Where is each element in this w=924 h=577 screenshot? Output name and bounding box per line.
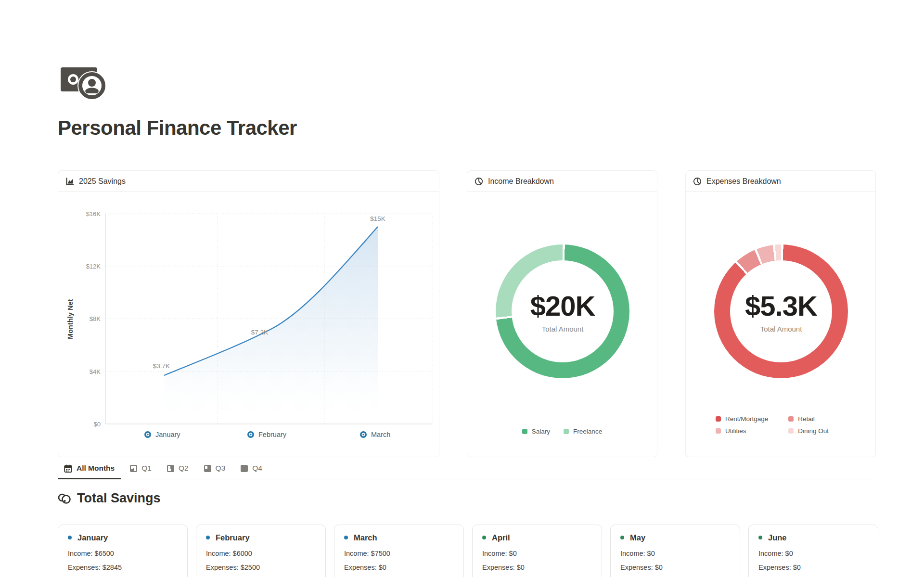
x-tick-february: February (258, 431, 287, 438)
area-chart-icon (65, 177, 74, 186)
total-savings-heading: Total Savings (58, 491, 161, 506)
x-axis-january: January (145, 431, 181, 438)
point-label-january: $3.7K (153, 362, 170, 370)
expenses-card-title: Expenses Breakdown (706, 177, 781, 186)
month-card-march[interactable]: March Income: $7500 Expenses: $0 Net: $7… (334, 525, 464, 577)
utilities-swatch (716, 428, 721, 434)
month-card-june[interactable]: June Income: $0 Expenses: $0 Net: $0 (748, 525, 878, 577)
quarter-1-icon (130, 465, 137, 472)
retail-swatch (788, 416, 794, 422)
month-name: April (492, 533, 510, 542)
income-line: Income: $6500 (68, 550, 178, 557)
y-tick-8k: $8K (90, 315, 101, 322)
month-card-april[interactable]: April Income: $0 Expenses: $0 Net: $0 (472, 525, 602, 577)
income-line: Income: $0 (482, 550, 592, 557)
january-marker-icon (68, 536, 72, 539)
income-line: Income: $6000 (206, 550, 316, 557)
coins-icon (58, 493, 71, 504)
income-breakdown-card: Income Breakdown $20K Total Amount Salar… (467, 170, 657, 457)
y-tick-16k: $16K (86, 210, 101, 218)
month-name: May (630, 533, 645, 542)
savings-card-title: 2025 Savings (79, 177, 126, 186)
expenses-total-value: $5.3K (745, 290, 817, 322)
month-name: January (77, 533, 108, 542)
y-tick-4k: $4K (90, 368, 101, 375)
tab-q1-label: Q1 (141, 464, 152, 473)
month-name: February (216, 533, 250, 542)
savings-chart-card: 2025 Savings $3.7K $7.2K $15K (58, 170, 439, 457)
x-axis-march: March (361, 431, 390, 438)
pie-chart-icon (693, 177, 702, 186)
expenses-line: Expenses: $0 (344, 564, 454, 571)
income-donut-chart: $20K Total Amount (496, 244, 629, 378)
legend-item-retail[interactable]: Retail (788, 415, 829, 423)
march-marker-icon (344, 536, 348, 539)
y-tick-0: $0 (94, 421, 101, 428)
february-marker-icon (206, 536, 210, 539)
expenses-line: Expenses: $0 (482, 564, 592, 571)
expenses-line: Expenses: $2500 (206, 564, 316, 571)
tab-q1[interactable]: Q1 (124, 460, 158, 479)
rent-swatch (716, 416, 721, 422)
income-legend: Salary Freelance (467, 428, 657, 435)
month-name: June (768, 533, 787, 542)
tab-q2[interactable]: Q2 (161, 460, 195, 479)
month-card-february[interactable]: February Income: $6000 Expenses: $2500 N… (196, 525, 326, 577)
expenses-line: Expenses: $0 (758, 564, 868, 571)
point-label-february: $7.2K (251, 329, 268, 336)
quarter-3-icon (204, 465, 211, 472)
expenses-line: Expenses: $0 (620, 564, 730, 571)
legend-item-utilities[interactable]: Utilities (716, 427, 768, 435)
dining-out-swatch (788, 428, 794, 434)
tab-all-months-label: All Months (77, 464, 115, 473)
income-total-value: $20K (530, 290, 595, 322)
y-tick-12k: $12K (86, 263, 101, 270)
month-card-may[interactable]: May Income: $0 Expenses: $0 Net: $0 (610, 525, 740, 577)
legend-item-freelance[interactable]: Freelance (564, 428, 602, 435)
quarter-tabs: All Months Q1 Q2 Q3 Q4 (58, 460, 876, 479)
calendar-icon (64, 464, 72, 473)
expenses-breakdown-card: Expenses Breakdown $5.3K Total Amount Re… (685, 170, 876, 457)
x-tick-january: January (155, 431, 180, 438)
total-savings-title: Total Savings (77, 491, 161, 506)
tab-q2-label: Q2 (179, 464, 189, 473)
month-card-january[interactable]: January Income: $6500 Expenses: $2845 Ne… (58, 525, 188, 577)
quarter-4-icon (241, 465, 248, 472)
quarter-2-icon (167, 465, 174, 472)
salary-swatch (522, 429, 527, 434)
expenses-card-header: Expenses Breakdown (686, 171, 875, 192)
banknote-coin-icon (60, 66, 110, 100)
monthly-cards-grid: January Income: $6500 Expenses: $2845 Ne… (58, 525, 878, 577)
x-axis-february: February (248, 431, 287, 438)
savings-area-chart: $3.7K $7.2K $15K $16K $12K $8K $4K $0 Mo… (58, 192, 439, 457)
tab-q4[interactable]: Q4 (234, 460, 269, 479)
income-card-title: Income Breakdown (488, 177, 554, 186)
expenses-legend: Rent/Mortgage Retail Utilities Dining Ou… (716, 415, 829, 435)
y-axis-label: Monthly Net (66, 299, 74, 339)
legend-item-salary[interactable]: Salary (522, 428, 550, 435)
expenses-line: Expenses: $2845 (68, 564, 178, 571)
legend-item-dining-out[interactable]: Dining Out (788, 427, 829, 435)
x-tick-march: March (371, 431, 390, 438)
income-total-label: Total Amount (542, 325, 584, 333)
point-label-march: $15K (370, 215, 385, 222)
income-line: Income: $0 (758, 550, 868, 557)
savings-area-fill (164, 227, 378, 424)
june-marker-icon (758, 536, 762, 539)
savings-card-header: 2025 Savings (58, 171, 439, 192)
april-marker-icon (482, 536, 486, 539)
may-marker-icon (620, 536, 624, 539)
income-line: Income: $7500 (344, 550, 454, 557)
tab-q3[interactable]: Q3 (198, 460, 232, 479)
legend-item-rent[interactable]: Rent/Mortgage (716, 415, 768, 423)
expenses-donut-chart: $5.3K Total Amount (714, 244, 848, 378)
income-line: Income: $0 (620, 550, 730, 557)
income-card-header: Income Breakdown (467, 171, 657, 192)
tab-q3-label: Q3 (216, 464, 226, 473)
pie-chart-icon (475, 177, 483, 186)
month-name: March (354, 533, 377, 542)
page-title: Personal Finance Tracker (58, 116, 297, 140)
freelance-swatch (564, 429, 569, 434)
expenses-total-label: Total Amount (760, 325, 802, 333)
tab-all-months[interactable]: All Months (58, 460, 121, 479)
